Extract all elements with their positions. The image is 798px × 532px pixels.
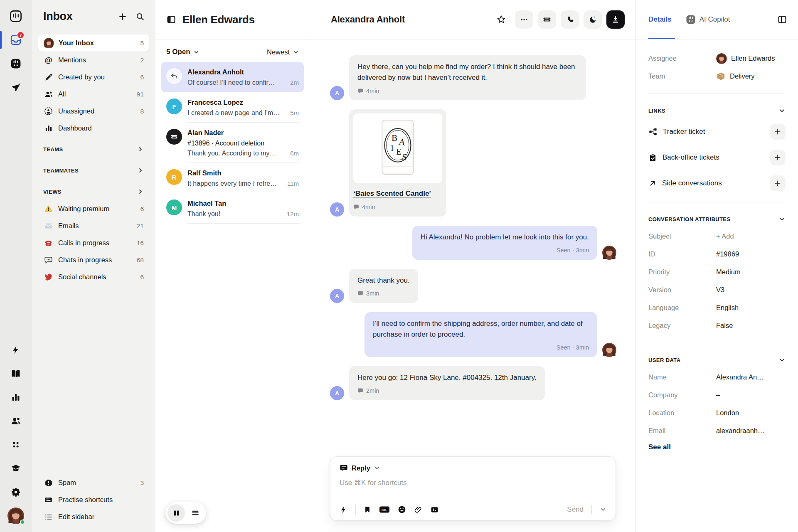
rail-knowledge-button[interactable]	[0, 364, 32, 383]
chevron-right-icon	[137, 188, 144, 195]
saved-replies-button[interactable]	[364, 506, 371, 513]
team-row[interactable]: Team Delivery	[648, 67, 786, 85]
sidebar-item-calls-in-progress[interactable]: Calls in progress 16	[38, 234, 149, 251]
chevron-right-icon	[137, 146, 144, 153]
reply-mode-dropdown[interactable]: Reply	[340, 464, 380, 472]
plus-icon	[774, 154, 781, 161]
bookmark-icon	[364, 506, 371, 513]
sidebar-item-practise-shortcuts[interactable]: Practise shortcuts	[38, 491, 149, 508]
attribute-row-language: Language English	[648, 299, 786, 317]
message-customer: A Here you go: 12 Fiona Sky Lane. #00432…	[330, 366, 616, 400]
ticket-icon	[542, 15, 552, 24]
count-badge: 3	[140, 479, 144, 487]
chevron-down-icon	[600, 506, 606, 513]
conversation-attributes-header[interactable]: CONVERSATION ATTRIBUTES	[648, 211, 786, 227]
sidebar-item-all[interactable]: All 91	[38, 86, 149, 103]
sidebar-item-spam[interactable]: Spam 3	[38, 474, 149, 491]
see-all-button[interactable]: See all	[648, 443, 671, 451]
sidebar-item-your-inbox[interactable]: Your Inbox 5	[38, 34, 149, 52]
rail-contacts-button[interactable]	[0, 411, 32, 431]
rail-settings-button[interactable]	[0, 483, 32, 502]
messenger-channel-icon	[353, 204, 359, 210]
avatar: R	[166, 169, 182, 185]
rail-automation-button[interactable]	[0, 340, 32, 360]
new-conversation-button[interactable]	[118, 12, 127, 21]
sidebar-item-edit-sidebar[interactable]: Edit sidebar	[38, 508, 149, 525]
insert-image-button[interactable]	[430, 506, 439, 514]
star-conversation-button[interactable]	[492, 10, 510, 29]
sort-dropdown[interactable]: Newest	[267, 48, 299, 56]
assignee-row[interactable]: Assignee Ellen Edwards	[648, 49, 786, 67]
create-ticket-button[interactable]	[538, 10, 556, 29]
product-link[interactable]: ‘Baies Scented Candle’	[353, 188, 442, 199]
section-teammates[interactable]: TEAMMATES	[38, 162, 149, 179]
shortcuts-button[interactable]	[340, 506, 347, 514]
sidebar-item-created-by-you[interactable]: Created by you 6	[38, 69, 149, 86]
reply-bubble-icon	[340, 464, 348, 472]
message-time: 2min	[366, 386, 379, 395]
rail-fin-button[interactable]	[0, 54, 32, 73]
user-row-company: Company –	[648, 386, 786, 404]
chevron-down-icon	[193, 49, 200, 55]
conversation-row-michael-tan[interactable]: M Michael Tan Thank you!12m	[161, 193, 304, 224]
sidebar-item-dashboard[interactable]: Dashboard	[38, 120, 149, 137]
sidebar-item-mentions[interactable]: @ Mentions 2	[38, 52, 149, 69]
emoji-button[interactable]	[398, 505, 406, 514]
rail-profile-button[interactable]	[0, 506, 32, 525]
collapse-list-button[interactable]	[166, 15, 176, 25]
tracker-ticket-row: Tracker ticket	[648, 119, 786, 145]
add-side-conversation-button[interactable]	[770, 175, 786, 191]
telephone-icon	[43, 239, 54, 247]
composer-input[interactable]: Use ⌘K for shortcuts	[340, 478, 606, 505]
tab-details[interactable]: Details	[648, 15, 672, 24]
attachment-button[interactable]	[414, 505, 422, 514]
list-view-toggle[interactable]	[187, 504, 204, 522]
add-tracker-ticket-button[interactable]	[770, 124, 786, 140]
add-subject-button[interactable]: + Add	[716, 232, 734, 240]
tab-ai-copilot[interactable]: AI Copilot	[686, 15, 730, 25]
message-admin: Hi Alexandra! No problem let me look int…	[330, 226, 616, 260]
message-status: Seen · 3min	[557, 343, 589, 352]
assignee-avatar	[716, 53, 727, 64]
active-tab-underline	[648, 38, 675, 39]
conversation-row-alan-nader[interactable]: Alan Nader #13896 · Account deletion Tha…	[161, 123, 304, 163]
user-data-header[interactable]: USER DATA	[648, 352, 786, 368]
rail-inbox-button[interactable]: 7	[0, 30, 32, 49]
conversation-row-ralf-smith[interactable]: R Ralf Smith It happens every time I ref…	[161, 163, 304, 193]
rail-outbound-button[interactable]	[0, 78, 32, 97]
sidebar-item-social-channels[interactable]: Social channels 6	[38, 268, 149, 286]
messenger-channel-icon	[357, 388, 363, 394]
spam-icon	[43, 479, 54, 487]
rail-reports-button[interactable]	[0, 388, 32, 407]
more-actions-button[interactable]	[515, 10, 533, 29]
send-options-button[interactable]	[600, 506, 606, 513]
snooze-button[interactable]: z	[584, 10, 602, 29]
links-section-header[interactable]: LINKS	[648, 102, 786, 119]
gif-button[interactable]: GIF	[379, 505, 390, 514]
sidebar-item-emails[interactable]: Emails 21	[38, 217, 149, 234]
inbox-owner-title: Ellen Edwards	[182, 13, 255, 26]
rail-apps-button[interactable]	[0, 435, 32, 454]
send-button[interactable]: Send	[567, 505, 584, 514]
close-conversation-button[interactable]	[606, 10, 625, 29]
add-back-office-ticket-button[interactable]	[770, 150, 786, 165]
collapse-details-button[interactable]	[777, 15, 787, 25]
search-button[interactable]	[135, 12, 145, 21]
call-button[interactable]	[561, 10, 579, 29]
section-views[interactable]: VIEWS	[38, 183, 149, 200]
product-image: B A I E S	[353, 113, 442, 183]
details-panel: Details AI Copilot Assignee Ellen Edward…	[636, 0, 798, 532]
conversation-row-alexandra-anholt[interactable]: Alexandra Anholt Of course! I’ll need to…	[161, 62, 304, 92]
split-view-toggle[interactable]	[167, 504, 185, 522]
section-teams[interactable]: TEAMS	[38, 140, 149, 158]
sidebar-item-waiting-premium[interactable]: Waiting premium 6	[38, 200, 149, 217]
rail-academy-button[interactable]	[0, 459, 32, 478]
count-badge: 8	[140, 108, 144, 115]
bird-icon	[43, 273, 54, 281]
sidebar-item-unassigned[interactable]: Unassigned 8	[38, 103, 149, 120]
conversation-row-francesca-lopez[interactable]: F Francesca Lopez I created a new page a…	[161, 92, 304, 123]
sidebar-item-chats-in-progress[interactable]: Chats in progress 68	[38, 251, 149, 268]
open-filter-dropdown[interactable]: 5 Open	[166, 48, 200, 56]
count-badge: 6	[140, 273, 144, 281]
conversation-title: Alexandra Anholt	[331, 14, 405, 25]
